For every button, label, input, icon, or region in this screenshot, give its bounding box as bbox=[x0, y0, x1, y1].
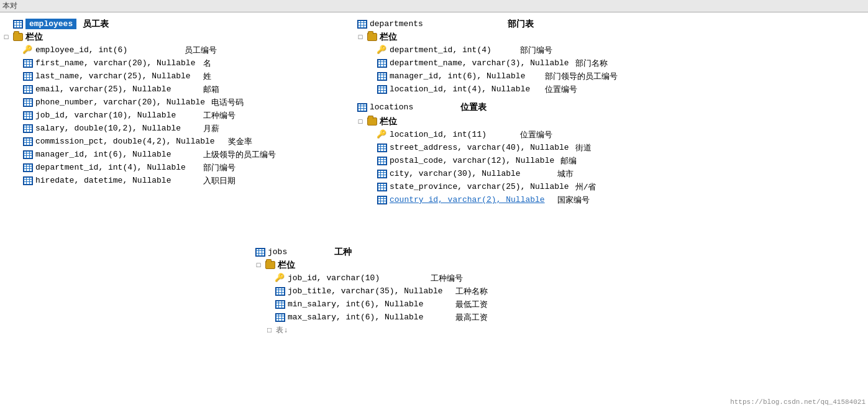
jobs-columns-expand[interactable]: □ 栏位 bbox=[255, 258, 565, 272]
col-loc-city-name: city, varchar(30), Nullable bbox=[390, 169, 551, 178]
col-last_name: last_name, varchar(25), Nullable 姓 bbox=[2, 70, 352, 83]
col-phone_number-name: phone_number, varchar(20), Nullable bbox=[35, 98, 205, 107]
col-loc-country_id-name[interactable]: country_id, varchar(2), Nullable bbox=[390, 195, 551, 204]
col-first_name: first_name, varchar(20), Nullable 名 bbox=[2, 57, 352, 70]
col-loc-postal_code-comment: 邮编 bbox=[560, 155, 577, 167]
col-dept-department_name-name: department_name, varchar(3), Nullable bbox=[390, 58, 569, 68]
jobs-table-name[interactable]: jobs bbox=[268, 247, 287, 257]
col-loc-postal_code-name: postal_code, varchar(12), Nullable bbox=[390, 156, 554, 165]
col-icon-manager_id bbox=[22, 149, 34, 160]
col-icon-loc-street_address bbox=[377, 142, 388, 153]
col-last_name-name: last_name, varchar(25), Nullable bbox=[35, 71, 197, 81]
col-dept-manager_id-comment: 部门领导的员工编号 bbox=[545, 71, 618, 82]
col-first_name-comment: 名 bbox=[203, 58, 211, 69]
col-employee_id: employee_id, int(6) 员工编号 bbox=[2, 43, 352, 57]
departments-folder-icon bbox=[367, 32, 378, 43]
col-jobs-max_salary: max_salary, int(6), Nullable 最高工资 bbox=[255, 311, 565, 324]
locations-expand-icon: □ bbox=[357, 118, 364, 126]
col-loc-location_id-comment: 位置编号 bbox=[520, 129, 552, 140]
locations-header-row: locations 位置表 bbox=[357, 101, 866, 114]
col-phone_number-comment: 电话号码 bbox=[211, 97, 244, 108]
col-loc-street_address-name: street_address, varchar(40), Nullable bbox=[390, 143, 569, 152]
col-icon-commission_pct bbox=[22, 136, 34, 147]
col-last_name-comment: 姓 bbox=[203, 71, 211, 82]
col-department_id: department_id, int(4), Nullable 部门编号 bbox=[2, 161, 352, 174]
col-employee_id-comment: 员工编号 bbox=[185, 45, 217, 56]
col-salary-name: salary, double(10,2), Nullable bbox=[35, 124, 197, 133]
locations-section-title: 位置表 bbox=[460, 102, 487, 113]
locations-columns-expand[interactable]: □ 栏位 bbox=[357, 115, 866, 128]
locations-table-name[interactable]: locations bbox=[370, 103, 413, 112]
jobs-truncated: □ 表↓ bbox=[255, 324, 565, 337]
col-hiredate: hiredate, datetime, Nullable 入职日期 bbox=[2, 174, 352, 187]
top-bar: 本对 bbox=[0, 0, 868, 12]
col-loc-city-comment: 城市 bbox=[557, 168, 573, 180]
employees-folder-icon bbox=[12, 32, 24, 43]
jobs-folder-icon bbox=[265, 260, 276, 271]
col-loc-location_id: location_id, int(11) 位置编号 bbox=[357, 128, 866, 141]
departments-expand-icon: □ bbox=[357, 34, 364, 41]
col-loc-street_address-comment: 街道 bbox=[575, 142, 592, 153]
col-manager_id: manager_id, int(6), Nullable 上级领导的员工编号 bbox=[2, 148, 352, 161]
jobs-truncated-indicator: □ 表↓ bbox=[267, 325, 288, 336]
employees-table-name[interactable]: employees bbox=[25, 19, 76, 29]
col-jobs-job_id-name: job_id, varchar(10) bbox=[288, 273, 424, 283]
col-manager_id-name: manager_id, int(6), Nullable bbox=[35, 150, 197, 159]
col-jobs-job_title-name: job_title, varchar(35), Nullable bbox=[288, 286, 449, 296]
col-icon-loc-postal_code bbox=[377, 155, 388, 167]
jobs-section: jobs 工种 □ 栏位 job_id, varchar(10) 工种编号 bbox=[255, 245, 565, 337]
col-jobs-min_salary-name: min_salary, int(6), Nullable bbox=[288, 300, 449, 309]
col-job_id-comment: 工种编号 bbox=[203, 110, 235, 121]
col-loc-country_id: country_id, varchar(2), Nullable 国家编号 bbox=[357, 193, 866, 206]
col-icon-phone_number bbox=[22, 97, 34, 108]
col-jobs-job_title: job_title, varchar(35), Nullable 工种名称 bbox=[255, 285, 565, 298]
jobs-expand-icon: □ bbox=[255, 262, 262, 269]
col-dept-location_id: location_id, int(4), Nullable 位置编号 bbox=[357, 83, 866, 96]
departments-table-icon bbox=[357, 19, 368, 30]
col-icon-hiredate bbox=[22, 175, 34, 186]
col-icon-first_name bbox=[22, 58, 34, 69]
locations-table-icon bbox=[357, 102, 368, 113]
col-loc-state_province-name: state_province, varchar(25), Nullable bbox=[390, 182, 569, 191]
col-loc-postal_code: postal_code, varchar(12), Nullable 邮编 bbox=[357, 154, 866, 167]
col-email: email, varchar(25), Nullable 邮箱 bbox=[2, 83, 352, 96]
col-icon-jobs-max_salary bbox=[275, 312, 286, 323]
employees-section-title: 员工表 bbox=[83, 19, 109, 30]
locations-columns-label: 栏位 bbox=[380, 116, 397, 127]
col-jobs-min_salary: min_salary, int(6), Nullable 最低工资 bbox=[255, 298, 565, 311]
col-icon-job_id bbox=[22, 110, 34, 121]
col-employee_id-name: employee_id, int(6) bbox=[35, 45, 178, 55]
employees-expand-icon: □ bbox=[2, 34, 10, 41]
departments-columns-expand[interactable]: □ 栏位 bbox=[357, 30, 866, 43]
departments-table-name[interactable]: departments bbox=[370, 19, 423, 29]
right-panel: departments 部门表 □ 栏位 bbox=[354, 12, 868, 407]
jobs-table-icon bbox=[255, 247, 266, 258]
employees-header-row: employees 员工表 bbox=[2, 17, 352, 30]
col-jobs-max_salary-comment: 最高工资 bbox=[455, 312, 488, 323]
col-jobs-max_salary-name: max_salary, int(6), Nullable bbox=[288, 313, 449, 322]
col-icon-salary bbox=[22, 123, 34, 134]
col-department_id-comment: 部门编号 bbox=[203, 162, 235, 173]
col-icon-loc-state_province bbox=[377, 181, 388, 193]
main-container: 本对 employees 员工表 □ 栏位 bbox=[0, 0, 868, 407]
col-icon-dept-department_name bbox=[377, 58, 388, 69]
col-commission_pct: commission_pct, double(4,2), Nullable 奖金… bbox=[2, 135, 352, 148]
col-loc-state_province-comment: 州/省 bbox=[575, 181, 596, 193]
col-jobs-job_id: job_id, varchar(10) 工种编号 bbox=[255, 272, 565, 285]
col-icon-dept-location_id bbox=[377, 84, 388, 95]
col-loc-state_province: state_province, varchar(25), Nullable 州/… bbox=[357, 180, 866, 193]
col-icon-jobs-job_title bbox=[275, 286, 286, 297]
key-icon-jobs-job_id bbox=[275, 273, 286, 284]
col-hiredate-comment: 入职日期 bbox=[203, 175, 235, 186]
col-job_id: job_id, varchar(10), Nullable 工种编号 bbox=[2, 109, 352, 122]
col-icon-last_name bbox=[22, 71, 34, 82]
key-icon-loc-location_id bbox=[377, 129, 388, 140]
col-salary: salary, double(10,2), Nullable 月薪 bbox=[2, 122, 352, 135]
employees-columns-expand[interactable]: □ 栏位 bbox=[2, 30, 352, 43]
top-node-label: 本对 bbox=[2, 1, 17, 11]
jobs-section-title: 工种 bbox=[334, 247, 352, 258]
col-manager_id-comment: 上级领导的员工编号 bbox=[203, 149, 276, 160]
departments-columns-label: 栏位 bbox=[380, 32, 397, 43]
departments-header-row: departments 部门表 bbox=[357, 17, 866, 30]
departments-section: departments 部门表 □ 栏位 bbox=[357, 17, 866, 96]
